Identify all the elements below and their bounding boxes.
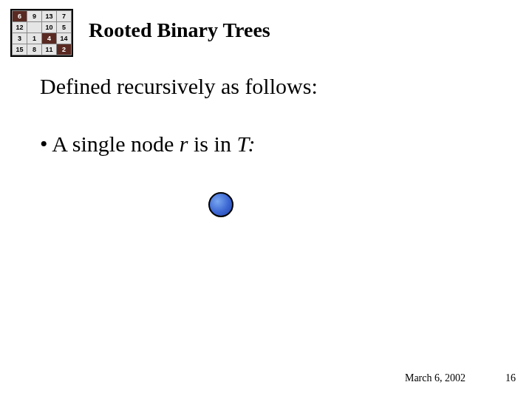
tree-node-icon [208, 192, 233, 217]
puzzle-cell: 14 [57, 33, 72, 44]
puzzle-cell: 1 [27, 33, 42, 44]
puzzle-cell: 5 [57, 22, 72, 33]
puzzle-cell [27, 22, 42, 33]
puzzle-cell: 9 [27, 11, 42, 22]
puzzle-cell: 13 [42, 11, 57, 22]
bullet-line: • A single node r is in T: [40, 132, 255, 157]
bullet-mid: is in [188, 132, 237, 156]
puzzle-cell: 7 [57, 11, 72, 22]
slide-title: Rooted Binary Trees [89, 18, 270, 42]
definition-line: Defined recursively as follows: [40, 74, 318, 99]
puzzle-cell: 4 [42, 33, 57, 44]
bullet-prefix: • A single node [40, 132, 180, 156]
footer-date: March 6, 2002 [405, 372, 466, 384]
puzzle-cell: 12 [13, 22, 27, 33]
puzzle-cell: 11 [42, 44, 57, 55]
footer-page-number: 16 [505, 372, 516, 384]
var-r: r [180, 132, 188, 156]
puzzle-cell: 10 [42, 22, 57, 33]
puzzle-cell: 3 [13, 33, 27, 44]
var-t: T: [236, 132, 255, 156]
puzzle-icon: 691371210531414158112 [10, 9, 73, 57]
puzzle-cell: 6 [13, 11, 27, 22]
slide-root: 691371210531414158112 Rooted Binary Tree… [0, 0, 532, 399]
puzzle-cell: 8 [27, 44, 42, 55]
puzzle-cell: 15 [13, 44, 27, 55]
puzzle-cell: 2 [57, 44, 72, 55]
